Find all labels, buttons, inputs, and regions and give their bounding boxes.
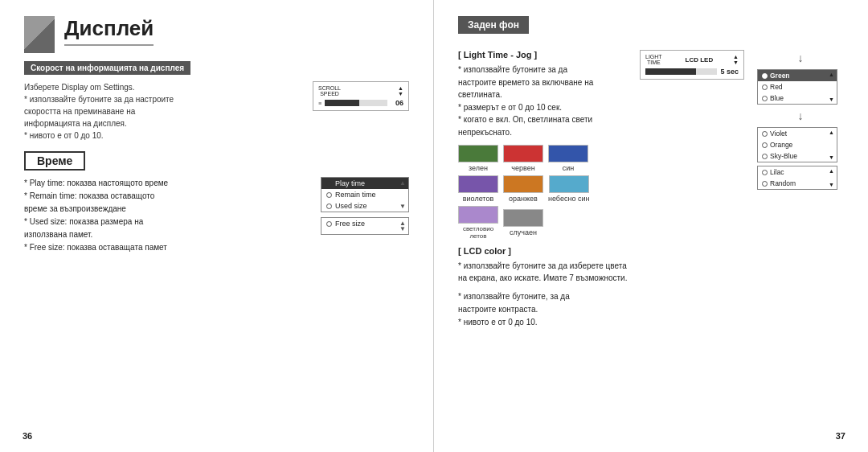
list-item-remain[interactable]: Remain time	[321, 189, 408, 200]
svg-rect-1	[24, 16, 39, 35]
section1-header: Скорост на информацията на дисплея	[24, 61, 190, 75]
swatch-random: случаен	[503, 209, 543, 236]
color-item-skyblue[interactable]: Sky-Blue	[758, 150, 837, 162]
lcd-color-section: [ LCD color ] * използвайте бутоните за …	[458, 246, 744, 284]
svg-rect-3	[35, 16, 39, 53]
page-number-right: 37	[836, 431, 845, 441]
title-area: Дисплей	[24, 16, 409, 53]
list-widget-inner: ▲ Play time Remain time Used size ▼	[321, 178, 408, 212]
time-list-widget[interactable]: ▲ Play time Remain time Used size ▼	[321, 177, 409, 212]
section1-header-box: Скорост на информацията на дисплея	[24, 61, 409, 81]
color-item-green[interactable]: Green	[758, 70, 837, 81]
swatch-lightviolet: светловио летов	[458, 206, 498, 240]
lcd-led-arrows[interactable]: ▲ ▼	[733, 54, 739, 65]
page-left: Дисплей Скорост на информацията на диспл…	[0, 0, 434, 452]
svg-rect-2	[39, 35, 55, 53]
free-size-label: Free size	[335, 220, 365, 228]
right-section-header-area: Заден фон	[458, 16, 844, 42]
color-list-2-arrow-up[interactable]: ▲	[829, 129, 834, 135]
free-size-arrow-down[interactable]: ▼	[399, 225, 406, 232]
radio-violet	[762, 131, 768, 137]
swatch-sky-blue: небесно син	[548, 175, 589, 203]
time-description: * Play time: показва настоящото време * …	[24, 177, 309, 254]
list-arrow-up[interactable]: ▲	[399, 179, 406, 187]
color-list-1[interactable]: Green Red Blue ▲ ▼	[757, 69, 837, 105]
radio-red	[762, 84, 768, 90]
color-list-3-inner: Lilac Random ▲ ▼	[758, 166, 837, 189]
down-arrow-mid: ↓	[757, 109, 844, 122]
bottom-text: * използвайте бутоните, за да настроите …	[458, 290, 744, 329]
color-swatches-row2: виолетов оранжев небесно син	[458, 175, 744, 203]
page-title: Дисплей	[64, 16, 154, 46]
color-item-blue[interactable]: Blue	[758, 92, 837, 104]
color-list-3[interactable]: Lilac Random ▲ ▼	[757, 166, 837, 190]
radio-blue	[762, 96, 768, 101]
swatch-blue: син	[548, 145, 588, 172]
radio-orange	[762, 142, 768, 148]
lcd-color-title: [ LCD color ]	[458, 246, 744, 256]
radio-free	[326, 221, 332, 227]
lcd-led-time: 5 sec	[720, 68, 739, 76]
free-size-inner: ▲ Free size ▼	[321, 218, 408, 234]
down-arrow-top: ↓	[757, 51, 844, 64]
color-item-orange[interactable]: Orange	[758, 139, 837, 150]
light-time-section: LIGHT TIME LCD LED ▲ ▼ 5 sec	[458, 50, 744, 138]
color-swatches-row3: светловио летов случаен	[458, 206, 744, 240]
lcd-led-label: LCD LED	[665, 56, 733, 64]
color-swatches-row1: зелен червен син	[458, 145, 744, 172]
radio-lilac	[762, 170, 768, 175]
section2-header: Време	[24, 151, 85, 171]
swatch-violet: виолетов	[458, 175, 498, 203]
color-list-sidebar: ↓ Green Red Blue ▲	[757, 50, 844, 329]
scroll-speed-value: 06	[391, 99, 403, 107]
color-list-2-arrow-down[interactable]: ▼	[829, 154, 834, 160]
scroll-speed-arrows[interactable]: ▲ ▼	[398, 85, 403, 97]
section1-content: SCROLL SPEED SCROLL SPEED ▲ ▼ ≡ 06	[24, 81, 409, 146]
lcd-led-bar	[645, 68, 717, 75]
color-list-3-arrow-up[interactable]: ▲	[829, 168, 834, 174]
list-item-play[interactable]: Play time	[321, 178, 408, 189]
time-widgets-col: ▲ Play time Remain time Used size ▼	[321, 177, 409, 235]
right-section-header: Заден фон	[458, 16, 529, 34]
lcd-color-text: * използвайте бутоните за да изберете цв…	[458, 260, 744, 284]
color-item-violet[interactable]: Violet	[758, 128, 837, 139]
free-size-widget[interactable]: ▲ Free size ▼	[321, 217, 409, 235]
color-list-2[interactable]: Violet Orange Sky-Blue ▲ ▼	[757, 127, 837, 162]
swatch-green: зелен	[458, 145, 498, 172]
color-list-3-arrow-down[interactable]: ▼	[829, 182, 834, 187]
radio-green	[762, 73, 768, 79]
display-icon	[24, 16, 55, 53]
page-number-left: 36	[23, 431, 32, 441]
right-main: LIGHT TIME LCD LED ▲ ▼ 5 sec	[458, 50, 744, 329]
list-arrow-down[interactable]: ▼	[399, 203, 406, 210]
radio-random	[762, 181, 768, 187]
list-item-free[interactable]: Free size	[321, 218, 408, 229]
color-list-1-arrow-up[interactable]: ▲	[829, 72, 834, 77]
list-item-used[interactable]: Used size	[321, 200, 408, 212]
scroll-speed-widget: SCROLL SPEED SCROLL SPEED ▲ ▼ ≡ 06	[313, 81, 409, 111]
color-item-random[interactable]: Random	[758, 178, 837, 189]
color-list-1-inner: Green Red Blue ▲ ▼	[758, 70, 837, 104]
color-list-1-arrow-down[interactable]: ▼	[829, 97, 834, 102]
scroll-speed-bar	[325, 100, 387, 106]
radio-used	[326, 203, 332, 209]
swatch-red: червен	[503, 145, 543, 172]
svg-rect-0	[24, 16, 55, 53]
radio-skyblue	[762, 154, 768, 159]
section1-text: Изберете Display om Settings. * използва…	[24, 81, 305, 142]
radio-play	[326, 181, 332, 187]
swatch-orange: оранжев	[503, 175, 543, 203]
lcd-led-widget: LIGHT TIME LCD LED ▲ ▼ 5 sec	[640, 50, 744, 80]
scroll-icon: ≡	[318, 101, 321, 106]
radio-remain	[326, 192, 332, 198]
color-item-lilac[interactable]: Lilac	[758, 166, 837, 178]
time-content: * Play time: показва настоящото време * …	[24, 177, 409, 254]
right-layout: LIGHT TIME LCD LED ▲ ▼ 5 sec	[458, 50, 844, 329]
page-right: Заден фон LIGHT TIME LCD LED ▲ ▼	[434, 0, 868, 452]
color-item-red[interactable]: Red	[758, 81, 837, 92]
color-list-2-inner: Violet Orange Sky-Blue ▲ ▼	[758, 128, 837, 162]
